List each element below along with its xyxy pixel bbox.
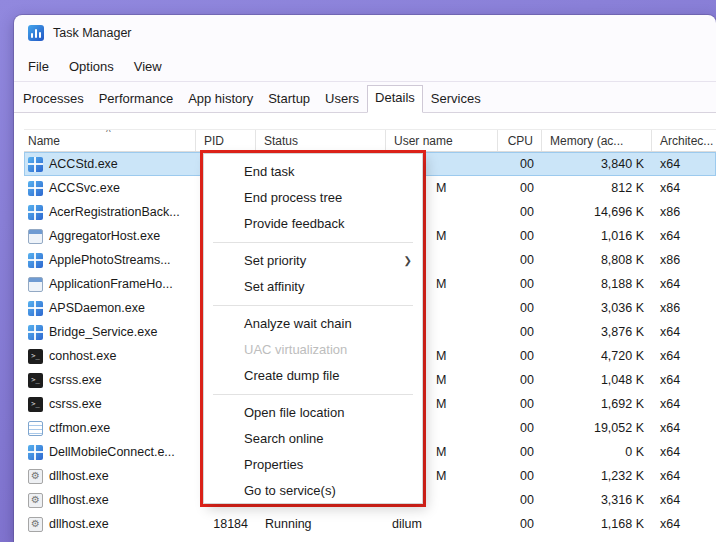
process-architecture: x64 (652, 349, 716, 363)
column-header-label: CPU (508, 134, 533, 148)
process-architecture: x64 (652, 277, 716, 291)
process-architecture: x64 (652, 493, 716, 507)
process-name: conhost.exe (49, 349, 116, 363)
menu-separator (213, 305, 413, 306)
process-memory: 8,808 K (542, 253, 652, 267)
table-header-row: ^NamePIDStatusUser nameCPUMemory (ac...A… (24, 129, 716, 152)
menubar-item-options[interactable]: Options (63, 55, 120, 78)
name-cell: dllhost.exe (24, 469, 196, 484)
process-name: csrss.exe (49, 373, 102, 387)
process-architecture: x64 (652, 373, 716, 387)
menu-separator (213, 242, 413, 243)
context-menu-item-label: Search online (244, 431, 324, 446)
process-architecture: x64 (652, 517, 716, 531)
column-header-cpu[interactable]: CPU (498, 130, 542, 151)
context-menu-item-set-priority[interactable]: Set priority❯ (204, 248, 422, 274)
process-architecture: x64 (652, 469, 716, 483)
tab-startup[interactable]: Startup (261, 86, 317, 112)
name-cell: APSDaemon.exe (24, 301, 196, 316)
process-memory: 3,036 K (542, 301, 652, 315)
context-menu-item-end-task[interactable]: End task (204, 159, 422, 185)
tab-processes[interactable]: Processes (16, 86, 91, 112)
tab-details[interactable]: Details (367, 85, 423, 113)
process-memory: 1,168 K (542, 517, 652, 531)
column-header-memory-ac[interactable]: Memory (ac... (542, 130, 652, 151)
process-cpu: 00 (498, 229, 542, 243)
column-header-label: PID (204, 134, 224, 148)
title-bar[interactable]: Task Manager (14, 15, 716, 51)
name-cell: ApplicationFrameHo... (24, 277, 196, 292)
process-name: DellMobileConnect.e... (49, 445, 175, 459)
menu-bar: FileOptionsView (14, 51, 716, 82)
context-menu-item-open-file-location[interactable]: Open file location (204, 400, 422, 426)
context-menu-item-provide-feedback[interactable]: Provide feedback (204, 211, 422, 237)
process-cpu: 00 (498, 445, 542, 459)
process-name: ACCSvc.exe (49, 181, 120, 195)
context-menu-item-set-affinity[interactable]: Set affinity (204, 274, 422, 300)
context-menu-item-go-to-service-s[interactable]: Go to service(s) (204, 478, 422, 504)
process-cpu: 00 (498, 181, 542, 195)
name-cell: AggregatorHost.exe (24, 229, 196, 244)
generic-file-icon (28, 229, 43, 244)
process-memory: 8,188 K (542, 277, 652, 291)
process-name: ctfmon.exe (49, 421, 110, 435)
process-row-dllhost-exe[interactable]: dllhost.exe18184Runningdilum001,168 Kx64 (24, 512, 716, 536)
process-architecture: x64 (652, 181, 716, 195)
generic-file-icon (28, 277, 43, 292)
process-cpu: 00 (498, 421, 542, 435)
context-menu-item-search-online[interactable]: Search online (204, 426, 422, 452)
process-status: Running (256, 517, 386, 531)
column-header-status[interactable]: Status (256, 130, 386, 151)
menubar-item-view[interactable]: View (128, 55, 168, 78)
column-header-user-name[interactable]: User name (386, 130, 498, 151)
annotation-rect: End taskEnd process treeProvide feedback… (200, 150, 426, 507)
process-architecture: x64 (652, 397, 716, 411)
tab-services[interactable]: Services (424, 86, 488, 112)
process-architecture: x64 (652, 157, 716, 171)
menu-separator (213, 394, 413, 395)
process-memory: 1,692 K (542, 397, 652, 411)
app-file-icon (28, 301, 43, 316)
process-name: ACCStd.exe (49, 157, 118, 171)
process-name: dllhost.exe (49, 493, 109, 507)
process-cpu: 00 (498, 325, 542, 339)
process-memory: 3,316 K (542, 493, 652, 507)
sort-ascending-icon: ^ (106, 130, 111, 138)
process-name: AcerRegistrationBack... (49, 205, 180, 219)
tab-app-history[interactable]: App history (181, 86, 260, 112)
name-cell: dllhost.exe (24, 517, 196, 532)
context-menu-item-label: Go to service(s) (244, 483, 336, 498)
process-name: dllhost.exe (49, 517, 109, 531)
column-header-architec[interactable]: Architec... (652, 130, 716, 151)
name-cell: ACCStd.exe (24, 157, 196, 172)
context-menu-item-uac-virtualization: UAC virtualization (204, 337, 422, 363)
app-file-icon (28, 325, 43, 340)
context-menu-item-analyze-wait-chain[interactable]: Analyze wait chain (204, 311, 422, 337)
column-header-name[interactable]: ^Name (24, 130, 196, 151)
context-menu-item-end-process-tree[interactable]: End process tree (204, 185, 422, 211)
name-cell: ACCSvc.exe (24, 181, 196, 196)
context-menu-item-label: Analyze wait chain (244, 316, 352, 331)
process-architecture: x86 (652, 253, 716, 267)
tab-strip: ProcessesPerformanceApp historyStartupUs… (14, 82, 716, 113)
column-header-label: Status (264, 134, 298, 148)
tab-performance[interactable]: Performance (92, 86, 180, 112)
context-menu-item-label: Set affinity (244, 279, 304, 294)
context-menu-item-properties[interactable]: Properties (204, 452, 422, 478)
process-pid: 18184 (196, 517, 256, 531)
process-architecture: x86 (652, 301, 716, 315)
process-cpu: 00 (498, 301, 542, 315)
process-cpu: 00 (498, 349, 542, 363)
process-cpu: 00 (498, 253, 542, 267)
process-memory: 19,052 K (542, 421, 652, 435)
column-header-pid[interactable]: PID (196, 130, 256, 151)
context-menu-item-create-dump-file[interactable]: Create dump file (204, 363, 422, 389)
tab-users[interactable]: Users (318, 86, 366, 112)
app-file-icon (28, 445, 43, 460)
process-cpu: 00 (498, 277, 542, 291)
app-file-icon (28, 157, 43, 172)
gear-file-icon (28, 469, 43, 484)
menubar-item-file[interactable]: File (22, 55, 55, 78)
name-cell: csrss.exe (24, 397, 196, 412)
console-file-icon (28, 349, 43, 364)
